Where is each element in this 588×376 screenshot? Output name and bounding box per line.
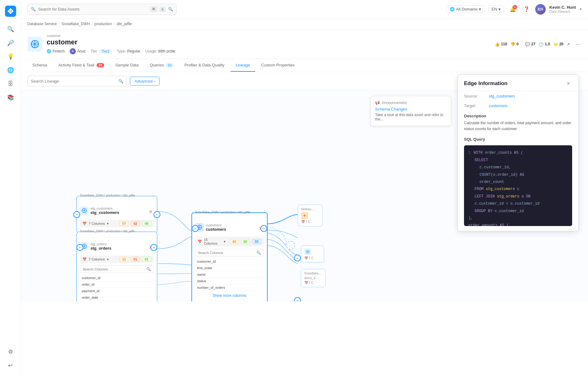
user-chevron-icon[interactable]: ▾ <box>580 7 582 11</box>
sidebar-item-database[interactable]: 🗄 <box>5 78 16 89</box>
type-tag: Type: Regular <box>117 49 140 53</box>
node-customers-search[interactable]: 🔍 <box>195 249 264 256</box>
breadcrumb-item-dbt-jaffe[interactable]: dbt_jaffle <box>117 22 132 26</box>
search-kbd-key: K <box>160 7 166 12</box>
tab-lineage-label: Lineage <box>236 63 250 67</box>
sidebar-item-search[interactable]: 🔍 <box>5 24 16 35</box>
lineage-search-input[interactable] <box>31 79 117 84</box>
announcement-link[interactable]: Schema Changes <box>375 107 447 111</box>
stg-customers-badge3: 00 <box>142 221 151 226</box>
page-header: customer customer 🌐 Fintech A Aruiz Tier… <box>21 29 588 59</box>
star-count: 20 <box>559 42 563 46</box>
node-stg-orders-search[interactable]: 🔍 <box>80 265 154 273</box>
list-item[interactable]: name <box>195 271 264 278</box>
entity-meta: 🌐 Fintech A Aruiz Tier: Tier2 Type: <box>47 48 495 54</box>
like-action[interactable]: 👍 110 <box>495 42 507 47</box>
sidebar-item-domains[interactable]: 🌐 <box>5 65 16 76</box>
node-stg-customers[interactable]: Snowflake_DWH / production / dbt_jaffe − <box>76 196 157 233</box>
sidebar-item-insights[interactable]: 💡 <box>5 51 16 62</box>
breadcrumb-item-snowflake[interactable]: Snowflake_DWH <box>62 22 90 26</box>
list-item[interactable]: status <box>80 301 154 301</box>
search-input[interactable] <box>38 7 148 11</box>
more-options-button[interactable]: ⋯ <box>573 40 582 48</box>
dislike-action[interactable]: 👎 0 <box>510 42 519 47</box>
node-customers-expand[interactable]: − <box>260 225 267 232</box>
node-snowflake-right2[interactable]: Snowflake... demo_d... 📅7 C <box>301 269 326 287</box>
share-action[interactable]: ↗ <box>567 42 570 47</box>
customers-badge2: 00 <box>241 239 250 244</box>
tab-custom[interactable]: Custom Properties <box>256 59 300 72</box>
time-action[interactable]: 🕐 1.0 <box>539 42 550 47</box>
sidebar-item-docs[interactable]: 📚 <box>5 92 16 103</box>
node-snowflake-right1[interactable]: 📅7 C <box>301 246 324 263</box>
comment-action[interactable]: 💬 27 <box>525 42 535 47</box>
chevron-down-cust: ▾ <box>224 240 226 244</box>
list-item[interactable]: number_of_orders <box>195 284 264 291</box>
edge-source-value[interactable]: stg_customers <box>489 94 515 98</box>
tab-schema[interactable]: Schema <box>27 59 52 72</box>
edge-target-value[interactable]: customers <box>489 103 508 108</box>
svg-point-9 <box>31 43 32 45</box>
svg-point-8 <box>34 47 35 48</box>
tab-activity[interactable]: Activity Feed & Task 23 <box>53 59 109 72</box>
list-item[interactable]: customer_id <box>195 258 264 265</box>
node-stg-customers-edit[interactable]: ✕ <box>148 209 154 215</box>
global-search-bar[interactable]: 🔍 ⌘ K 🔍 <box>27 4 177 15</box>
expand-button[interactable]: ⋯ <box>286 241 295 250</box>
lineage-search-bar[interactable]: 🔍 <box>27 76 127 86</box>
node-stg-orders-expand[interactable]: − <box>150 244 157 251</box>
lang-label: EN <box>492 7 497 11</box>
node-stg-customers-collapse[interactable]: − <box>73 211 80 218</box>
list-item[interactable]: customer_id <box>80 275 154 281</box>
like-icon: 👍 <box>495 42 500 47</box>
tab-queries[interactable]: Queries 10 <box>145 59 178 72</box>
app-logo[interactable] <box>4 5 17 17</box>
customers-badge1: 40 <box>229 239 239 244</box>
domains-selector[interactable]: 🌐 All Domains ▾ <box>446 5 484 13</box>
node-stg-orders-search-input[interactable] <box>83 267 145 271</box>
node-stg-customers-expand[interactable]: − <box>154 211 160 218</box>
sidebar-item-explore[interactable]: 🔎 <box>5 37 16 48</box>
notifications-button[interactable]: 🔔 1 <box>508 4 518 14</box>
node-customers-search-input[interactable] <box>198 251 255 255</box>
node-stg-orders-collapse[interactable]: − <box>76 244 83 251</box>
svg-point-14 <box>32 46 33 47</box>
breadcrumb-item-production[interactable]: production <box>94 22 112 26</box>
node-stg-orders-columns-bar[interactable]: 📅 7 Columns ▾ 31 01 01 <box>80 256 154 263</box>
node-stg-orders[interactable]: Snowflake_DWH / production / dbt_jaffe − <box>76 232 157 301</box>
sql-query-block[interactable]: 1 WITH order_counts AS ( SELECT c.custom… <box>464 145 572 226</box>
node-customers-left-collapse[interactable]: − <box>294 255 301 261</box>
tab-profiler[interactable]: Profiler & Data Quality <box>180 59 230 72</box>
list-item[interactable]: first_order <box>195 265 264 271</box>
breadcrumb: Database Service / Snowflake_DWH / produ… <box>21 19 588 29</box>
list-item[interactable]: order_date <box>80 294 154 301</box>
entity-icon <box>27 37 42 52</box>
svg-point-21 <box>84 212 85 213</box>
edge-panel-close[interactable]: × <box>565 80 572 87</box>
tab-lineage[interactable]: Lineage <box>231 59 255 72</box>
node-stg-customers-columns-bar[interactable]: 📅 7 Columns ▾ 07 02 00 <box>80 220 154 227</box>
list-item[interactable]: order_id <box>80 281 154 288</box>
tab-custom-label: Custom Properties <box>261 63 295 67</box>
star-action[interactable]: ⭐ 20 <box>553 42 563 47</box>
language-selector[interactable]: EN ▾ <box>488 5 504 13</box>
advanced-button[interactable]: Advanced › <box>130 77 160 86</box>
svg-point-13 <box>37 41 38 42</box>
nav-right-actions: 🌐 All Domains ▾ EN ▾ 🔔 1 ❓ KH Kevin C. H… <box>446 4 582 15</box>
svg-point-7 <box>34 40 35 42</box>
list-item[interactable]: payment_id <box>80 288 154 294</box>
usage-label: Usage: <box>145 49 157 53</box>
top-navigation: 🔍 ⌘ K 🔍 🌐 All Domains ▾ EN ▾ 🔔 1 <box>21 0 588 19</box>
customers-show-more[interactable]: Show more columns <box>195 291 264 300</box>
tab-sample[interactable]: Sample Data <box>110 59 144 72</box>
sidebar-item-logout[interactable]: ↩ <box>5 360 16 371</box>
node-customers-collapse[interactable]: − <box>192 225 199 232</box>
node-tableau[interactable]: tableau... + 📅7 C <box>298 205 323 226</box>
breadcrumb-item-database-service[interactable]: Database Service <box>27 22 57 26</box>
node-customers-right-ctrl[interactable]: − <box>294 297 301 301</box>
help-button[interactable]: ❓ <box>521 4 531 14</box>
node-customers-columns-bar[interactable]: 📅 15 Columns ▾ 40 00 03 <box>195 237 264 247</box>
node-customers[interactable]: Snowflake_DWH / production / dbt_jaffe − <box>191 212 268 301</box>
sidebar-item-settings[interactable]: ⚙ <box>5 346 16 357</box>
list-item[interactable]: status <box>195 278 264 284</box>
